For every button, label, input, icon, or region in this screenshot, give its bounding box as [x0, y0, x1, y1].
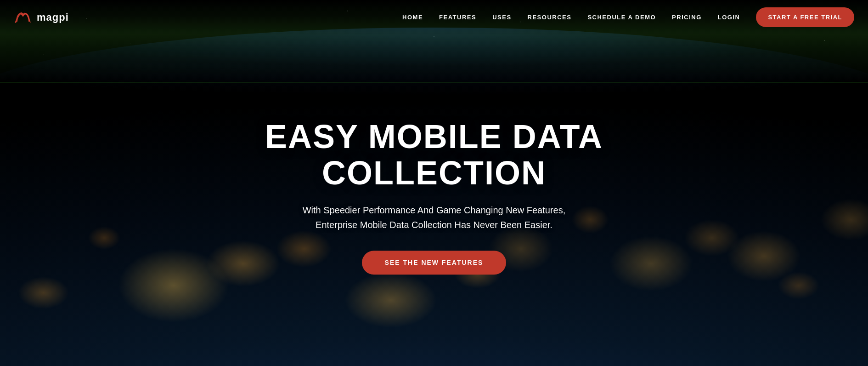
hero-title-line1: EASY MOBILE DATA: [265, 118, 603, 155]
start-free-trial-button[interactable]: START A FREE TRIAL: [756, 7, 854, 27]
nav-features[interactable]: FEATURES: [439, 14, 476, 21]
nav-uses[interactable]: USES: [492, 14, 511, 21]
hero-title-line2: COLLECTION: [322, 155, 546, 192]
nav-links: HOME FEATURES USES RESOURCES SCHEDULE A …: [402, 7, 854, 27]
magpi-logo-icon: [14, 8, 32, 27]
nav-home[interactable]: HOME: [402, 14, 423, 21]
nav-resources[interactable]: RESOURCES: [528, 14, 572, 21]
navbar: magpi HOME FEATURES USES RESOURCES SCHED…: [0, 0, 868, 34]
logo-area[interactable]: magpi: [14, 8, 69, 27]
hero-title: EASY MOBILE DATA COLLECTION: [227, 119, 641, 191]
see-new-features-button[interactable]: SEE THE NEW FEATURES: [362, 251, 507, 275]
nav-schedule-demo[interactable]: SCHEDULE A DEMO: [587, 14, 656, 21]
nav-login[interactable]: LOGIN: [718, 14, 740, 21]
nav-pricing[interactable]: PRICING: [672, 14, 702, 21]
brand-name: magpi: [37, 11, 69, 23]
hero-content: EASY MOBILE DATA COLLECTION With Speedie…: [227, 119, 641, 274]
hero-section: magpi HOME FEATURES USES RESOURCES SCHED…: [0, 0, 868, 366]
hero-subtitle: With Speedier Performance And Game Chang…: [227, 203, 641, 233]
